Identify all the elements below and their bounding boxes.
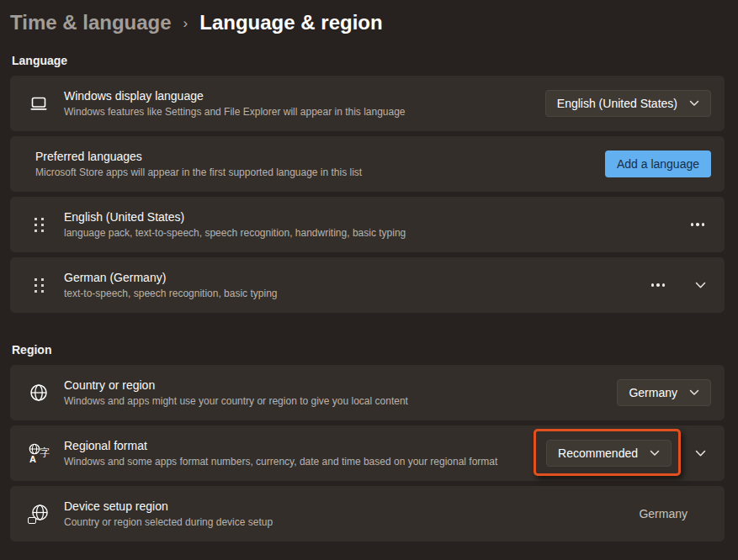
chevron-down-icon xyxy=(650,450,660,457)
row-subtitle: Windows features like Settings and File … xyxy=(64,106,545,118)
chevron-down-icon xyxy=(689,389,699,396)
row-title: Country or region xyxy=(64,378,617,392)
drag-handle-icon[interactable] xyxy=(27,218,50,232)
section-header-region: Region xyxy=(12,343,738,357)
dropdown-value: Germany xyxy=(629,386,677,399)
language-section-cards: Windows display language Windows feature… xyxy=(10,76,725,313)
row-title: English (United States) xyxy=(64,210,684,224)
row-title: Device setup region xyxy=(64,499,639,513)
row-title: German (Germany) xyxy=(64,271,645,284)
row-subtitle: Windows and apps might use your country … xyxy=(64,395,617,407)
region-section-cards: Country or region Windows and apps might… xyxy=(10,365,725,542)
country-dropdown[interactable]: Germany xyxy=(617,379,711,406)
more-options-button[interactable] xyxy=(645,272,672,298)
drag-handle-icon[interactable] xyxy=(27,278,50,293)
row-title: Preferred languages xyxy=(35,150,605,163)
breadcrumb-separator-icon: › xyxy=(183,13,188,32)
row-language-english: English (United States) language pack, t… xyxy=(10,197,725,252)
globe-device-icon xyxy=(27,504,50,524)
dropdown-value: English (United States) xyxy=(557,97,677,110)
chevron-down-icon xyxy=(689,100,699,107)
row-title: Regional format xyxy=(64,439,546,452)
breadcrumb: Time & language › Language & region xyxy=(10,8,738,37)
row-language-german: German (Germany) text-to-speech, speech … xyxy=(10,257,725,313)
row-regional-format: A 字 Regional format Windows and some app… xyxy=(10,425,725,481)
device-setup-region-value: Germany xyxy=(639,507,688,520)
laptop-icon xyxy=(27,93,50,114)
breadcrumb-parent[interactable]: Time & language xyxy=(10,11,172,34)
more-options-button[interactable] xyxy=(684,211,712,238)
row-subtitle: Country or region selected during device… xyxy=(64,516,639,528)
add-language-button[interactable]: Add a language xyxy=(605,151,711,177)
row-country-or-region: Country or region Windows and apps might… xyxy=(10,365,725,420)
globe-icon xyxy=(27,383,50,402)
row-subtitle: language pack, text-to-speech, speech re… xyxy=(64,227,684,239)
row-subtitle: Microsoft Store apps will appear in the … xyxy=(35,166,605,178)
regional-format-dropdown[interactable]: Recommended xyxy=(546,440,672,467)
globe-language-icon: A 字 xyxy=(27,443,50,463)
row-subtitle: text-to-speech, speech recognition, basi… xyxy=(64,288,645,299)
row-preferred-languages: Preferred languages Microsoft Store apps… xyxy=(10,136,725,192)
chevron-down-icon[interactable] xyxy=(690,446,711,461)
row-title: Windows display language xyxy=(64,89,545,103)
section-header-language: Language xyxy=(12,54,738,67)
row-device-setup-region: Device setup region Country or region se… xyxy=(10,486,725,542)
page-title: Language & region xyxy=(199,11,382,34)
dropdown-value: Recommended xyxy=(558,446,638,460)
chevron-down-icon[interactable] xyxy=(690,278,711,293)
row-subtitle: Windows and some apps format numbers, cu… xyxy=(64,456,546,468)
row-windows-display-language: Windows display language Windows feature… xyxy=(10,76,725,131)
display-language-dropdown[interactable]: English (United States) xyxy=(545,90,711,117)
